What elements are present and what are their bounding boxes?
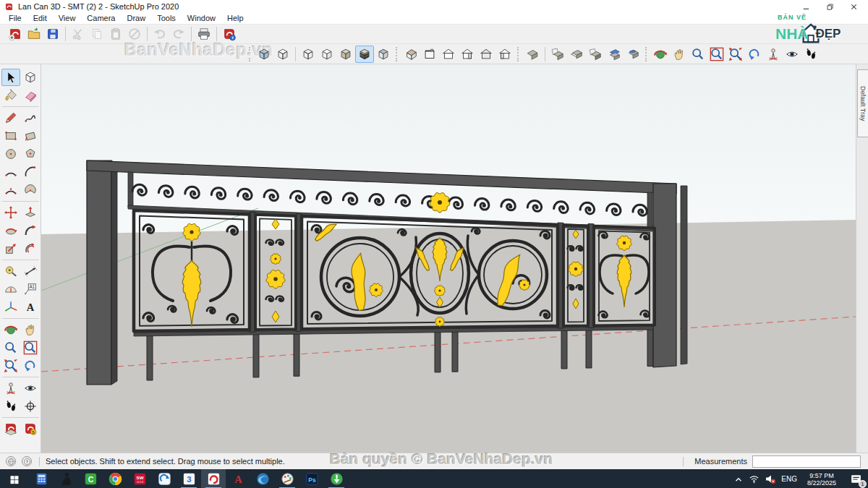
rotate-tool[interactable] bbox=[1, 222, 20, 239]
section-outer-button[interactable] bbox=[605, 46, 624, 63]
three-point-arc-tool[interactable] bbox=[1, 181, 20, 199]
section-plane-tool[interactable] bbox=[21, 398, 40, 415]
taskbar-photoshop[interactable]: Ps bbox=[299, 469, 324, 488]
shaded-button[interactable] bbox=[336, 46, 355, 63]
zoom-window-tool[interactable] bbox=[21, 339, 40, 356]
start-button[interactable] bbox=[0, 469, 29, 488]
section-inner-button[interactable] bbox=[624, 46, 642, 63]
dimension-tool[interactable] bbox=[21, 262, 40, 280]
display-section-planes-button[interactable] bbox=[548, 46, 567, 63]
default-tray-tab[interactable]: Default Tray bbox=[857, 69, 868, 137]
position-camera-button[interactable] bbox=[764, 46, 783, 63]
two-point-arc-tool[interactable] bbox=[1, 163, 20, 181]
paint-bucket-tool[interactable] bbox=[1, 87, 20, 104]
move-tool[interactable] bbox=[1, 204, 20, 221]
extension-warehouse-tool[interactable]: S bbox=[21, 420, 40, 437]
make-component-tool[interactable] bbox=[21, 69, 40, 86]
undo-button[interactable] bbox=[150, 25, 169, 43]
x-ray-button[interactable] bbox=[255, 46, 273, 63]
taskbar-autocad[interactable]: A bbox=[226, 469, 250, 488]
pan-tool[interactable] bbox=[21, 321, 40, 338]
orbit-tool[interactable] bbox=[1, 321, 20, 338]
scale-tool[interactable] bbox=[1, 240, 20, 257]
rectangle-tool[interactable] bbox=[1, 127, 20, 145]
back-edges-button[interactable] bbox=[273, 46, 292, 63]
menu-window[interactable]: Window bbox=[182, 13, 221, 23]
pan-button[interactable] bbox=[670, 46, 689, 63]
display-section-cuts-button[interactable] bbox=[567, 46, 586, 63]
wireframe-button[interactable] bbox=[299, 46, 318, 63]
redo-button[interactable] bbox=[169, 25, 188, 43]
eraser-tool[interactable] bbox=[21, 87, 40, 104]
taskbar-3ds-max[interactable]: 3 bbox=[176, 469, 201, 488]
previous-tool[interactable] bbox=[21, 357, 40, 374]
measurements-input[interactable] bbox=[752, 455, 861, 468]
menu-view[interactable]: View bbox=[53, 13, 82, 23]
pie-tool[interactable] bbox=[21, 181, 40, 199]
top-view-button[interactable] bbox=[420, 46, 439, 63]
arc-tool[interactable] bbox=[21, 163, 40, 181]
taskbar-camtasia[interactable]: C bbox=[78, 469, 103, 488]
language-indicator[interactable]: ENG bbox=[781, 475, 797, 483]
monochrome-button[interactable] bbox=[374, 46, 393, 63]
zoom-window-button[interactable] bbox=[707, 46, 726, 63]
volume-muted-icon[interactable] bbox=[765, 474, 776, 485]
zoom-extents-tool[interactable] bbox=[1, 357, 20, 374]
action-center-button[interactable]: 1 bbox=[846, 473, 865, 485]
protractor-tool[interactable] bbox=[1, 281, 20, 298]
taskbar-idm[interactable] bbox=[324, 469, 349, 488]
zoom-button[interactable] bbox=[689, 46, 707, 63]
menu-edit[interactable]: Edit bbox=[27, 13, 53, 23]
previous-button[interactable] bbox=[745, 46, 764, 63]
follow-me-tool[interactable] bbox=[21, 222, 40, 239]
taskbar-krita[interactable] bbox=[275, 469, 299, 488]
walk-tool[interactable] bbox=[1, 398, 20, 415]
line-tool[interactable] bbox=[1, 109, 20, 127]
menu-file[interactable]: File bbox=[3, 13, 27, 23]
freehand-tool[interactable] bbox=[21, 109, 40, 127]
section-plane-button[interactable] bbox=[523, 46, 542, 63]
taskbar-zbrush[interactable] bbox=[54, 469, 78, 488]
geolocation-icon[interactable] bbox=[6, 456, 16, 466]
back-view-button[interactable] bbox=[477, 46, 495, 63]
tape-measure-tool[interactable] bbox=[1, 262, 20, 280]
model-info-button[interactable]: i bbox=[220, 25, 239, 43]
3d-warehouse-tool[interactable] bbox=[1, 420, 20, 437]
axes-tool[interactable] bbox=[1, 299, 20, 316]
walk-button[interactable] bbox=[801, 46, 820, 63]
tray-chevron-icon[interactable] bbox=[733, 474, 744, 484]
rotated-rectangle-tool[interactable] bbox=[21, 127, 40, 145]
new-button[interactable] bbox=[6, 25, 25, 43]
text-tool[interactable]: A1 bbox=[21, 281, 40, 298]
hidden-line-button[interactable] bbox=[318, 46, 336, 63]
taskbar-edge[interactable] bbox=[250, 469, 275, 488]
polygon-tool[interactable] bbox=[21, 145, 40, 163]
right-view-button[interactable] bbox=[458, 46, 477, 63]
front-view-button[interactable] bbox=[439, 46, 458, 63]
iso-view-button[interactable] bbox=[401, 46, 420, 63]
menu-camera[interactable]: Camera bbox=[81, 13, 121, 23]
offset-tool[interactable] bbox=[21, 240, 40, 257]
taskbar-capture-tool[interactable] bbox=[152, 469, 176, 488]
push-pull-tool[interactable] bbox=[21, 204, 40, 221]
wifi-icon[interactable] bbox=[749, 474, 760, 484]
look-around-button[interactable] bbox=[783, 46, 801, 63]
copy-button[interactable] bbox=[88, 25, 106, 43]
paste-button[interactable] bbox=[106, 25, 125, 43]
menu-tools[interactable]: Tools bbox=[151, 13, 182, 23]
print-button[interactable] bbox=[195, 25, 213, 43]
taskbar-solidworks[interactable]: SW2018 bbox=[127, 469, 152, 488]
taskbar-sketchup[interactable] bbox=[201, 469, 226, 488]
menu-help[interactable]: Help bbox=[221, 13, 250, 23]
restore-button[interactable] bbox=[826, 3, 834, 11]
left-view-button[interactable] bbox=[495, 46, 514, 63]
orbit-button[interactable] bbox=[651, 46, 670, 63]
claim-credit-icon[interactable] bbox=[22, 456, 32, 466]
shaded-with-textures-button[interactable] bbox=[355, 46, 374, 63]
save-button[interactable] bbox=[43, 25, 62, 43]
select-tool[interactable] bbox=[1, 69, 20, 86]
menu-draw[interactable]: Draw bbox=[121, 13, 151, 23]
display-section-fill-button[interactable] bbox=[586, 46, 605, 63]
position-camera-tool[interactable] bbox=[1, 380, 20, 397]
viewport-3d[interactable] bbox=[41, 64, 856, 453]
